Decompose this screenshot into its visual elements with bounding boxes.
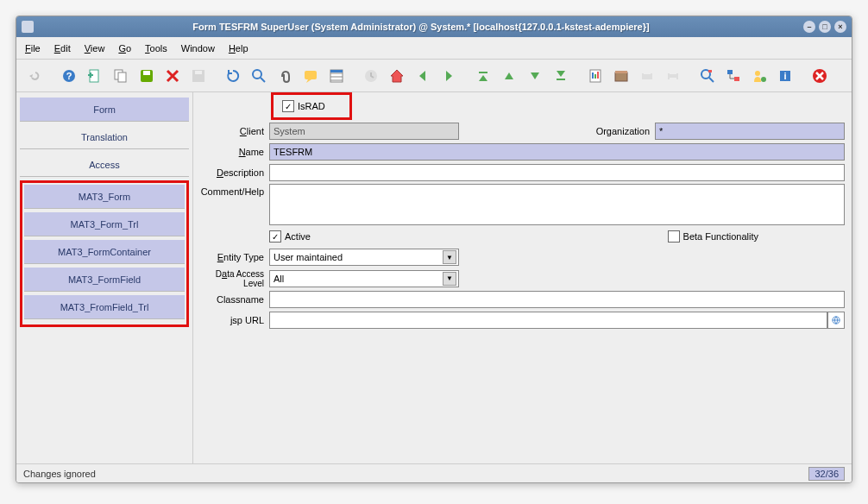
israd-checkbox[interactable]: ✓ xyxy=(282,100,294,112)
svg-rect-12 xyxy=(330,70,343,72)
active-workflow-icon[interactable] xyxy=(722,65,745,87)
new-icon[interactable] xyxy=(84,65,106,87)
jsp-url-field[interactable] xyxy=(269,312,827,329)
menu-window[interactable]: Window xyxy=(181,43,215,54)
nav-back-icon[interactable] xyxy=(412,65,434,87)
svg-rect-22 xyxy=(642,73,652,79)
sidebar: Form Translation Access MAT3_Form MAT3_F… xyxy=(16,92,193,463)
request-icon[interactable] xyxy=(748,65,771,87)
menu-file[interactable]: File xyxy=(25,43,41,54)
archive-icon[interactable] xyxy=(610,65,632,87)
menu-go[interactable]: Go xyxy=(118,43,131,54)
sidebar-tab-access[interactable]: Access xyxy=(20,153,189,177)
product-info-icon[interactable]: i xyxy=(774,65,796,87)
classname-field[interactable] xyxy=(269,291,845,308)
menu-tools[interactable]: Tools xyxy=(145,43,167,54)
undo-icon xyxy=(23,65,46,87)
svg-rect-20 xyxy=(615,72,627,81)
description-label: Description xyxy=(193,167,269,178)
last-record-icon[interactable] xyxy=(550,65,572,87)
record-counter: 32/36 xyxy=(808,467,845,481)
israd-label: IsRAD xyxy=(298,101,325,111)
svg-point-9 xyxy=(253,70,261,79)
first-record-icon[interactable] xyxy=(472,65,494,87)
menubar: File Edit View Go Tools Window Help xyxy=(16,37,852,60)
svg-point-31 xyxy=(755,71,760,76)
form-area: ✓ IsRAD Client Organization Name Descrip… xyxy=(193,92,852,463)
dropdown-arrow-icon: ▼ xyxy=(443,272,456,286)
nav-forward-icon[interactable] xyxy=(437,65,460,87)
data-access-value: All xyxy=(274,274,284,284)
organization-field[interactable] xyxy=(655,123,845,140)
client-label: Client xyxy=(193,126,269,136)
attachment-icon[interactable] xyxy=(274,65,296,87)
menu-help[interactable]: Help xyxy=(229,43,248,54)
israd-highlight-box: ✓ IsRAD xyxy=(271,92,352,120)
jsp-url-browse-button[interactable] xyxy=(827,312,845,329)
svg-rect-19 xyxy=(597,72,599,79)
comment-label: Comment/Help xyxy=(193,184,269,197)
dropdown-arrow-icon: ▼ xyxy=(443,250,456,264)
sidebar-item-mat3-form-trl[interactable]: MAT3_Form_Trl xyxy=(24,212,185,236)
svg-rect-18 xyxy=(594,74,596,79)
svg-rect-14 xyxy=(479,72,487,73)
maximize-button[interactable]: □ xyxy=(819,21,831,33)
svg-text:i: i xyxy=(783,71,786,81)
active-checkbox[interactable]: ✓ xyxy=(269,230,281,243)
grid-toggle-icon[interactable] xyxy=(325,65,348,87)
body-area: Form Translation Access MAT3_Form MAT3_F… xyxy=(16,92,852,463)
name-field[interactable] xyxy=(269,143,845,161)
menu-view[interactable]: View xyxy=(85,43,105,54)
jsp-url-label: jsp URL xyxy=(193,315,269,325)
chat-icon[interactable] xyxy=(299,65,322,87)
entity-type-label: Entity Type xyxy=(193,252,269,262)
titlebar: Form TESFRM SuperUser (System Administra… xyxy=(16,16,852,37)
sidebar-item-mat3-form[interactable]: MAT3_Form xyxy=(24,185,185,209)
svg-rect-15 xyxy=(557,79,565,80)
minimize-button[interactable]: – xyxy=(803,21,815,33)
sidebar-tab-translation[interactable]: Translation xyxy=(20,125,189,149)
copy-icon[interactable] xyxy=(110,65,132,87)
statusbar: Changes ignored 32/36 xyxy=(16,463,852,482)
sidebar-tab-form[interactable]: Form xyxy=(20,98,189,122)
sidebar-item-mat3-fromfield-trl[interactable]: MAT3_FromField_Trl xyxy=(24,295,185,319)
svg-rect-8 xyxy=(195,71,202,74)
svg-rect-29 xyxy=(727,70,733,74)
help-icon[interactable]: ? xyxy=(58,65,80,87)
svg-rect-23 xyxy=(644,70,651,74)
comment-field[interactable] xyxy=(269,184,845,225)
data-access-label: Data Access Level xyxy=(193,268,269,288)
data-access-select[interactable]: All ▼ xyxy=(269,270,459,287)
svg-rect-17 xyxy=(592,72,594,79)
delete-icon[interactable] xyxy=(161,65,184,87)
svg-point-32 xyxy=(761,77,766,82)
description-field[interactable] xyxy=(269,164,845,181)
refresh-icon[interactable] xyxy=(222,65,244,87)
active-label: Active xyxy=(285,231,311,242)
toolbar: ? i xyxy=(16,60,852,92)
sidebar-item-mat3-formfield[interactable]: MAT3_FormField xyxy=(24,268,185,292)
history-icon xyxy=(360,65,382,87)
beta-label: Beta Functionality xyxy=(683,231,758,242)
window-controls: – □ × xyxy=(803,21,846,33)
svg-rect-28 xyxy=(708,70,712,72)
svg-text:?: ? xyxy=(66,71,72,81)
close-button[interactable]: × xyxy=(834,21,846,33)
entity-type-value: User maintained xyxy=(274,252,343,262)
sidebar-item-mat3-formcontainer[interactable]: MAT3_FormContainer xyxy=(24,240,185,264)
print-icon xyxy=(662,65,684,87)
client-field[interactable] xyxy=(269,123,459,140)
globe-icon xyxy=(832,315,840,325)
zoom-across-icon[interactable] xyxy=(696,65,719,87)
next-record-icon[interactable] xyxy=(524,65,546,87)
save-icon[interactable] xyxy=(135,65,158,87)
end-icon[interactable] xyxy=(808,65,831,87)
home-icon[interactable] xyxy=(386,65,408,87)
menu-edit[interactable]: Edit xyxy=(54,43,71,54)
report-icon[interactable] xyxy=(584,65,607,87)
beta-checkbox[interactable] xyxy=(668,230,680,243)
entity-type-select[interactable]: User maintained ▼ xyxy=(269,249,459,266)
find-icon[interactable] xyxy=(248,65,270,87)
save-disk-icon xyxy=(187,65,210,87)
prev-record-icon[interactable] xyxy=(498,65,520,87)
